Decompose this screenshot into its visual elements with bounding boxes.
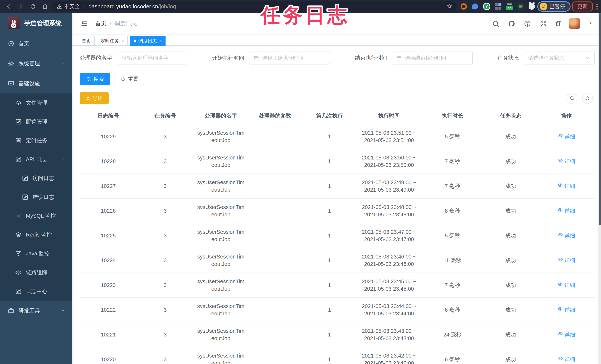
tab-job-log-active[interactable]: 调度日志 × bbox=[130, 36, 166, 46]
sidebar-item-5[interactable]: 定时任务 bbox=[0, 131, 72, 150]
caret-down-icon[interactable] bbox=[588, 21, 593, 26]
handler-name-input[interactable] bbox=[117, 51, 187, 64]
sidebar-item-6[interactable]: API 日志 bbox=[0, 150, 72, 169]
extension-on-badge-icon[interactable]: on bbox=[506, 3, 513, 10]
hamburger-icon[interactable] bbox=[80, 20, 88, 28]
sidebar-item-9[interactable]: MySQL 监控 bbox=[0, 207, 72, 225]
detail-link[interactable]: 详细 bbox=[557, 158, 575, 165]
profile-emoji-icon: ☺ bbox=[540, 3, 547, 10]
help-icon[interactable] bbox=[524, 20, 531, 27]
begin-time-picker[interactable]: 选择开始执行时间 bbox=[249, 51, 330, 64]
forward-icon[interactable] bbox=[16, 1, 26, 12]
extension-blue-drop-icon[interactable] bbox=[471, 3, 479, 10]
export-button[interactable]: 导出 bbox=[80, 92, 109, 104]
browser-profile-chip[interactable]: ☺ 已暂停 bbox=[537, 1, 571, 12]
cell-job-id: 3 bbox=[137, 223, 194, 248]
end-time-picker[interactable]: 选择结束执行时间 bbox=[392, 51, 473, 64]
detail-link-label: 详细 bbox=[564, 182, 575, 190]
sidebar-item-10[interactable]: Redis 监控 bbox=[0, 225, 72, 244]
back-icon[interactable] bbox=[3, 1, 14, 12]
detail-link[interactable]: 详细 bbox=[557, 232, 575, 239]
cell-duration: 7 毫秒 bbox=[421, 149, 483, 174]
toggle-search-button[interactable] bbox=[567, 93, 577, 104]
cell-execute-time: 2021-05-03 23:48:00 ~ 2021-05-03 23:48:0… bbox=[357, 198, 421, 223]
search-button[interactable]: 搜索 bbox=[80, 73, 110, 85]
reload-icon[interactable] bbox=[28, 1, 38, 12]
cell-handler-param bbox=[248, 223, 302, 248]
sidebar-item-8[interactable]: 错误日志 bbox=[0, 188, 72, 207]
not-secure-badge[interactable]: 不安全 bbox=[57, 3, 80, 10]
extension-leaf-icon[interactable] bbox=[517, 3, 524, 10]
page-scrollbar[interactable] bbox=[598, 13, 601, 364]
annotation-title: 任务日志 bbox=[261, 2, 350, 29]
sidebar-item-1[interactable]: 系统管理 bbox=[0, 54, 72, 73]
cell-actions: 详细 bbox=[538, 149, 595, 174]
detail-link[interactable]: 详细 bbox=[557, 281, 575, 289]
cell-duration: 5 毫秒 bbox=[421, 223, 483, 248]
tab-home[interactable]: 首页 bbox=[78, 36, 95, 46]
cell-job-id: 3 bbox=[137, 322, 194, 347]
user-avatar[interactable] bbox=[569, 18, 580, 29]
cell-actions: 详细 bbox=[538, 198, 595, 223]
cell-execute-index: 1 bbox=[302, 273, 357, 297]
sidebar-item-0[interactable]: 首页 bbox=[0, 34, 72, 54]
cell-handler-param bbox=[248, 124, 302, 149]
cell-duration: 11 毫秒 bbox=[421, 248, 483, 273]
sidebar-logo-row[interactable]: 芋道管理系统 bbox=[0, 13, 72, 34]
detail-link[interactable]: 详细 bbox=[557, 306, 575, 313]
tab-timed-task[interactable]: 定时任务 × bbox=[97, 36, 128, 46]
extension-grid-icon[interactable] bbox=[494, 3, 502, 10]
sidebar-item-13[interactable]: 日志中心 bbox=[0, 282, 72, 301]
table-row: 102283sysUserSessionTim eoutJob12021-05-… bbox=[80, 149, 595, 174]
begin-time-label: 开始执行时间 bbox=[212, 54, 244, 62]
sidebar-item-4[interactable]: 配置管理 bbox=[0, 112, 72, 131]
sidebar-item-label: Java 监控 bbox=[26, 250, 49, 257]
address-bar[interactable]: 不安全 dashboard.yudao.iocoder.cn/job/log bbox=[52, 1, 457, 11]
sidebar-item-12[interactable]: 链路追踪 bbox=[0, 263, 72, 282]
status-select[interactable]: 请选择任务状态 bbox=[524, 51, 595, 64]
github-icon[interactable] bbox=[508, 20, 515, 27]
chevron-down-icon bbox=[585, 55, 590, 61]
cell-job-id: 3 bbox=[137, 273, 194, 297]
extension-green-y-icon[interactable]: Y bbox=[483, 3, 490, 10]
close-icon[interactable]: × bbox=[121, 39, 124, 43]
detail-link[interactable]: 详细 bbox=[557, 331, 575, 338]
reset-button[interactable]: 重置 bbox=[115, 73, 144, 85]
extension-orange-ring-icon[interactable] bbox=[460, 3, 467, 10]
extension-paw-icon[interactable] bbox=[528, 3, 535, 10]
fullscreen-icon[interactable] bbox=[540, 20, 547, 27]
url-text[interactable]: dashboard.yudao.iocoder.cn/job/log bbox=[89, 3, 176, 10]
sidebar-item-14[interactable]: 研发工具 bbox=[0, 301, 72, 321]
scrollbar-thumb[interactable] bbox=[599, 13, 601, 225]
detail-link[interactable]: 详细 bbox=[557, 356, 575, 363]
refresh-table-button[interactable] bbox=[582, 93, 593, 104]
cell-log-id: 10223 bbox=[80, 273, 137, 297]
sidebar-item-3[interactable]: 文件管理 bbox=[0, 93, 72, 112]
sidebar-item-2[interactable]: 基础设施 bbox=[0, 73, 72, 93]
search-icon bbox=[569, 96, 575, 101]
eye-icon bbox=[557, 182, 563, 190]
search-icon[interactable] bbox=[492, 20, 499, 27]
close-icon[interactable]: × bbox=[159, 39, 162, 43]
end-time-label: 结束执行时间 bbox=[355, 54, 387, 62]
detail-link[interactable]: 详细 bbox=[557, 207, 575, 214]
breadcrumb-home[interactable]: 首页 bbox=[95, 20, 106, 27]
detail-link[interactable]: 详细 bbox=[557, 133, 575, 140]
chrome-menu-icon[interactable] bbox=[594, 3, 600, 10]
cell-status: 成功 bbox=[483, 273, 538, 297]
detail-link[interactable]: 详细 bbox=[557, 182, 575, 190]
sidebar-item-11[interactable]: Java 监控 bbox=[0, 244, 72, 263]
font-size-icon[interactable]: tT bbox=[556, 20, 561, 27]
cell-log-id: 10222 bbox=[80, 297, 137, 322]
dashboard-icon bbox=[8, 40, 14, 47]
java-icon bbox=[15, 250, 22, 257]
bookmark-star-icon[interactable] bbox=[446, 3, 452, 10]
chrome-update-button[interactable]: 更新 bbox=[572, 1, 593, 11]
timer-icon bbox=[15, 137, 22, 144]
home-icon[interactable] bbox=[40, 1, 50, 12]
column-header: 日志编号 bbox=[80, 108, 137, 124]
sidebar-item-7[interactable]: 访问日志 bbox=[0, 169, 72, 188]
extensions-row: Y on bbox=[460, 3, 535, 10]
cell-status: 成功 bbox=[483, 198, 538, 223]
detail-link[interactable]: 详细 bbox=[557, 257, 575, 264]
